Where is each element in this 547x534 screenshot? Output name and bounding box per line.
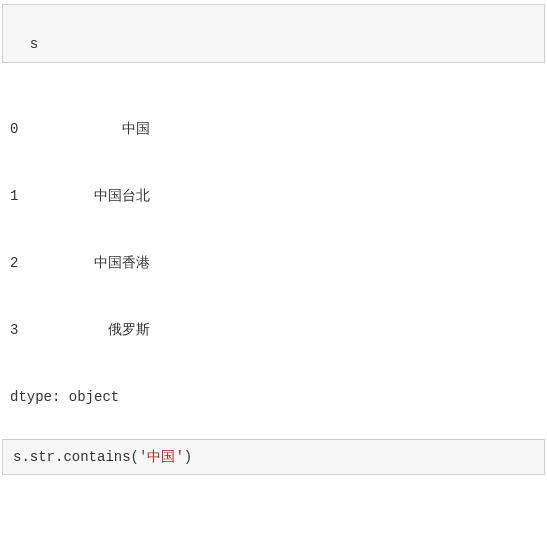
output-row: 0 True <box>10 530 537 534</box>
code-post: ) <box>184 449 192 465</box>
string-literal: '中国' <box>139 449 184 465</box>
row-index: 0 <box>10 530 70 534</box>
output-row: 0 中国 <box>10 118 537 140</box>
code-text: s <box>30 36 38 52</box>
row-value: 中国 <box>70 118 150 140</box>
output-cell-1: 0 中国 1 中国台北 2 中国香港 3 俄罗斯 dtype: object <box>0 67 547 433</box>
code-cell-1: s <box>2 4 545 63</box>
dtype-line: dtype: object <box>10 386 537 408</box>
row-index: 1 <box>10 185 70 207</box>
row-index: 0 <box>10 118 70 140</box>
output-row: 1 中国台北 <box>10 185 537 207</box>
code-pre: s.str.contains( <box>13 449 139 465</box>
row-index: 2 <box>10 252 70 274</box>
output-row: 3 俄罗斯 <box>10 319 537 341</box>
row-value: True <box>70 530 112 534</box>
row-index: 3 <box>10 319 70 341</box>
code-cell-2: s.str.contains('中国') <box>2 439 545 475</box>
output-cell-2: 0 True 1 True 2 True 3 False dtype: bool <box>0 479 547 534</box>
row-value: 中国台北 <box>70 185 150 207</box>
output-row: 2 中国香港 <box>10 252 537 274</box>
row-value: 中国香港 <box>70 252 150 274</box>
row-value: 俄罗斯 <box>70 319 150 341</box>
